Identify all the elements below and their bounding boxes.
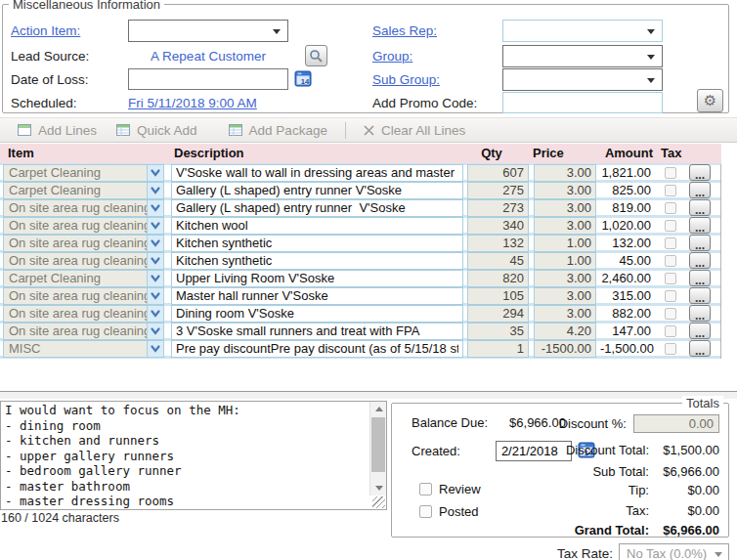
row-options-button[interactable]: ...	[689, 182, 711, 198]
created-date-input[interactable]	[496, 441, 572, 461]
item-select-dropdown-button[interactable]	[148, 182, 164, 199]
item-select-dropdown-button[interactable]	[148, 287, 164, 305]
qty-input[interactable]	[467, 217, 529, 235]
tax-checkbox[interactable]	[665, 273, 676, 284]
tax-rate-select[interactable]: No Tax (0.0%)	[619, 543, 729, 560]
item-select[interactable]: On site area rug cleaning	[3, 305, 148, 323]
item-select[interactable]: On site area rug cleaning	[3, 252, 148, 270]
item-select-dropdown-button[interactable]	[148, 164, 164, 182]
date-of-loss-calendar-button[interactable]: 14	[294, 69, 312, 90]
row-options-button[interactable]: ...	[689, 270, 711, 286]
price-input[interactable]	[534, 182, 596, 199]
add-lines-button[interactable]: Add Lines	[8, 123, 107, 138]
action-item-label[interactable]: Action Item:	[11, 23, 80, 38]
date-of-loss-input[interactable]	[128, 68, 288, 90]
action-item-select[interactable]	[128, 20, 288, 42]
tax-checkbox[interactable]	[665, 220, 676, 232]
price-input[interactable]	[534, 270, 596, 287]
tax-checkbox[interactable]	[665, 325, 676, 337]
group-select[interactable]	[502, 45, 663, 67]
qty-input[interactable]	[467, 287, 529, 305]
promo-code-input[interactable]	[502, 92, 663, 113]
description-input[interactable]	[171, 252, 463, 270]
item-select[interactable]: On site area rug cleaning	[3, 199, 148, 217]
sales-rep-label[interactable]: Sales Rep:	[372, 23, 437, 38]
row-options-button[interactable]: ...	[689, 217, 711, 234]
item-select[interactable]: Carpet Cleaning	[3, 270, 148, 287]
scrollbar-thumb[interactable]	[371, 417, 385, 472]
item-select-dropdown-button[interactable]	[148, 340, 164, 358]
clear-all-lines-button[interactable]: Clear All Lines	[354, 123, 475, 138]
price-input[interactable]	[534, 252, 596, 270]
qty-input[interactable]	[467, 323, 529, 340]
review-checkbox[interactable]	[419, 483, 432, 495]
description-input[interactable]	[171, 182, 463, 199]
item-select-dropdown-button[interactable]	[148, 323, 164, 340]
qty-input[interactable]	[467, 235, 529, 252]
description-input[interactable]	[171, 164, 463, 182]
item-select[interactable]: On site area rug cleaning	[3, 217, 148, 235]
item-select-dropdown-button[interactable]	[148, 217, 164, 235]
item-select[interactable]: Carpet Cleaning	[3, 164, 148, 182]
posted-checkbox[interactable]	[419, 505, 432, 518]
notes-scrollbar[interactable]	[369, 402, 386, 495]
item-select-dropdown-button[interactable]	[148, 199, 164, 217]
row-options-button[interactable]: ...	[689, 287, 711, 304]
tax-checkbox[interactable]	[665, 308, 676, 320]
row-options-button[interactable]: ...	[689, 305, 711, 322]
qty-input[interactable]	[467, 340, 529, 358]
description-input[interactable]	[171, 287, 463, 305]
price-input[interactable]	[534, 217, 596, 235]
resize-grip[interactable]	[372, 496, 385, 508]
description-input[interactable]	[171, 270, 463, 287]
tax-checkbox[interactable]	[665, 185, 676, 196]
description-input[interactable]	[171, 323, 463, 340]
item-select-dropdown-button[interactable]	[148, 305, 164, 323]
qty-input[interactable]	[467, 199, 529, 217]
tax-checkbox[interactable]	[665, 237, 676, 249]
item-select[interactable]: On site area rug cleaning	[3, 235, 148, 252]
description-input[interactable]	[171, 199, 463, 217]
qty-input[interactable]	[467, 252, 529, 270]
tax-checkbox[interactable]	[665, 202, 676, 214]
item-select-dropdown-button[interactable]	[148, 252, 164, 270]
tax-checkbox[interactable]	[665, 290, 676, 302]
tax-checkbox[interactable]	[665, 167, 676, 179]
row-options-button[interactable]: ...	[689, 323, 711, 339]
price-input[interactable]	[534, 305, 596, 323]
scheduled-link[interactable]: Fri 5/11/2018 9:00 AM	[128, 96, 257, 110]
row-options-button[interactable]: ...	[689, 252, 711, 269]
lead-source-lookup-button[interactable]	[305, 45, 327, 66]
row-options-button[interactable]: ...	[689, 199, 711, 216]
scroll-down-button[interactable]	[370, 481, 387, 495]
price-input[interactable]	[534, 235, 596, 252]
description-input[interactable]	[171, 340, 463, 358]
price-input[interactable]	[534, 323, 596, 340]
sub-group-select[interactable]	[502, 68, 663, 91]
row-options-button[interactable]: ...	[689, 235, 711, 251]
tax-checkbox[interactable]	[665, 255, 676, 267]
qty-input[interactable]	[467, 305, 529, 323]
quick-add-button[interactable]: Quick Add	[107, 123, 207, 138]
price-input[interactable]	[534, 287, 596, 305]
scroll-up-button[interactable]	[370, 402, 387, 416]
group-label[interactable]: Group:	[372, 49, 412, 64]
qty-input[interactable]	[467, 164, 529, 182]
item-select[interactable]: Carpet Cleaning	[3, 182, 148, 199]
sub-group-label[interactable]: Sub Group:	[372, 72, 440, 87]
description-input[interactable]	[171, 235, 463, 252]
notes-textarea[interactable]: I would want to focus on the MH: - dinin…	[1, 402, 369, 509]
price-input[interactable]	[534, 164, 596, 182]
sales-rep-select[interactable]	[502, 20, 663, 42]
description-input[interactable]	[171, 217, 463, 235]
row-options-button[interactable]: ...	[689, 340, 711, 357]
qty-input[interactable]	[467, 182, 529, 199]
description-input[interactable]	[171, 305, 463, 323]
promo-settings-button[interactable]: ⚙	[697, 89, 723, 112]
tax-checkbox[interactable]	[665, 343, 676, 355]
item-select[interactable]: On site area rug cleaning	[3, 287, 148, 305]
qty-input[interactable]	[467, 270, 529, 287]
item-select[interactable]: On site area rug cleaning	[3, 323, 148, 340]
item-select[interactable]: MISC	[3, 340, 148, 358]
discount-pct-input[interactable]	[633, 414, 719, 433]
